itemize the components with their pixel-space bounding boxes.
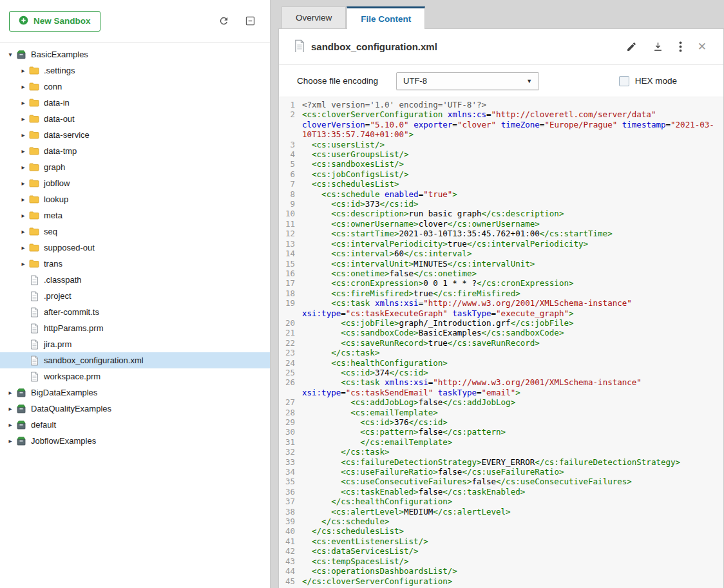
file-icon	[28, 323, 40, 334]
hex-mode-checkbox[interactable]	[619, 76, 629, 86]
chevron-collapsed-icon[interactable]: ▸	[18, 164, 28, 171]
folder-icon	[28, 131, 40, 139]
tree-item-default[interactable]: ▸default	[0, 417, 270, 433]
tree-item-trans[interactable]: ▸trans	[0, 256, 270, 272]
tree-item-label: meta	[44, 211, 62, 220]
tree-item-workspace-prm[interactable]: workspace.prm	[0, 368, 270, 384]
tree-item-lookup[interactable]: ▸lookup	[0, 191, 270, 207]
chevron-collapsed-icon[interactable]: ▸	[5, 437, 15, 444]
code-line: 33 <cs:failureDetectionStrategy>EVERY_ER…	[279, 457, 723, 467]
kebab-menu-icon[interactable]	[679, 41, 682, 52]
line-content: <cs:id>376</cs:id>	[301, 417, 723, 427]
chevron-collapsed-icon[interactable]: ▸	[18, 180, 28, 187]
line-number: 21	[279, 328, 301, 337]
line-content: <cs:jobConfigsList/>	[301, 169, 723, 179]
chevron-collapsed-icon[interactable]: ▸	[18, 147, 28, 155]
line-number: 36	[279, 487, 301, 497]
tree-item-bigdataexamples[interactable]: ▸BigDataExamples	[0, 384, 270, 401]
encoding-select[interactable]: UTF-8 ▼	[396, 72, 539, 90]
folder-icon	[28, 163, 40, 171]
code-line: 44 <cs:operationsDashboardsList/>	[279, 566, 723, 576]
code-line: 11 <cs:ownerUsername>clover</cs:ownerUse…	[279, 219, 723, 229]
pencil-icon[interactable]	[626, 41, 637, 52]
line-content: <cs:fireMisfired>true</cs:fireMisfired>	[301, 289, 723, 298]
tree-item-jobflow[interactable]: ▸jobflow	[0, 175, 270, 191]
line-content: </cs:cloverServerConfiguration>	[301, 576, 723, 586]
code-line: 39 </cs:schedule>	[279, 517, 723, 526]
tree-item-conn[interactable]: ▸conn	[0, 79, 270, 95]
code-line: 6 <cs:jobConfigsList/>	[279, 169, 723, 179]
tree-item--project[interactable]: .project	[0, 288, 270, 304]
tree-item-data-in[interactable]: ▸data-in	[0, 95, 270, 111]
refresh-icon[interactable]	[218, 15, 229, 26]
line-number: 4	[279, 149, 301, 159]
tab-file-content[interactable]: File Content	[347, 6, 425, 29]
tree-item-label: sandbox_configuration.xml	[44, 356, 144, 365]
chevron-collapsed-icon[interactable]: ▸	[18, 115, 28, 122]
sandbox-icon	[15, 436, 27, 446]
line-number: 7	[279, 179, 301, 189]
code-line: 12 <cs:startTime>2021-03-10T13:35:45.762…	[279, 229, 723, 238]
chevron-expanded-icon[interactable]: ▾	[5, 51, 15, 58]
line-number: 44	[279, 566, 301, 576]
file-tree: ▾BasicExamples▸.settings▸conn▸data-in▸da…	[0, 43, 270, 449]
line-number: 40	[279, 526, 301, 536]
chevron-collapsed-icon[interactable]: ▸	[5, 389, 15, 396]
download-icon[interactable]	[653, 41, 663, 52]
chevron-collapsed-icon[interactable]: ▸	[18, 212, 28, 219]
line-number: 26	[279, 377, 301, 397]
tree-item-label: graph	[44, 162, 65, 172]
code-line: 35 <cs:useConsecutiveFailures>false</cs:…	[279, 477, 723, 486]
tree-item-label: after-commit.ts	[44, 307, 99, 317]
line-content: </cs:task>	[301, 447, 723, 457]
chevron-collapsed-icon[interactable]: ▸	[18, 196, 28, 203]
tree-item-httpparams-prm[interactable]: httpParams.prm	[0, 320, 270, 336]
tree-item-data-service[interactable]: ▸data-service	[0, 127, 270, 143]
tab-overview[interactable]: Overview	[281, 6, 346, 28]
tree-item-graph[interactable]: ▸graph	[0, 159, 270, 175]
tree-item-meta[interactable]: ▸meta	[0, 207, 270, 223]
chevron-collapsed-icon[interactable]: ▸	[18, 67, 28, 74]
tree-item-sandbox-configuration-xml[interactable]: sandbox_configuration.xml	[0, 352, 270, 368]
line-content: <cs:task xmlns:xsi="http://www.w3.org/20…	[301, 377, 723, 397]
line-content: <cs:sandboxesList/>	[301, 159, 723, 169]
tree-item-data-out[interactable]: ▸data-out	[0, 111, 270, 127]
tree-item-label: default	[31, 420, 56, 430]
line-number: 34	[279, 467, 301, 477]
chevron-collapsed-icon[interactable]: ▸	[18, 131, 28, 138]
file-icon	[28, 356, 40, 366]
code-line: 9 <cs:id>373</cs:id>	[279, 199, 723, 209]
code-line: 13 <cs:intervalPeriodicity>true</cs:inte…	[279, 239, 723, 249]
chevron-collapsed-icon[interactable]: ▸	[18, 228, 28, 235]
folder-icon	[28, 195, 40, 204]
code-line: 14 <cs:interval>60</cs:interval>	[279, 249, 723, 258]
tree-item-jobflowexamples[interactable]: ▸JobflowExamples	[0, 433, 270, 449]
chevron-collapsed-icon[interactable]: ▸	[18, 244, 28, 251]
close-icon[interactable]: ✕	[698, 41, 707, 52]
chevron-collapsed-icon[interactable]: ▸	[5, 421, 15, 428]
tree-item--classpath[interactable]: .classpath	[0, 272, 270, 288]
tree-item-dataqualityexamples[interactable]: ▸DataQualityExamples	[0, 401, 270, 417]
tree-item--settings[interactable]: ▸.settings	[0, 62, 270, 79]
chevron-collapsed-icon[interactable]: ▸	[18, 83, 28, 90]
tree-item-supposed-out[interactable]: ▸supposed-out	[0, 240, 270, 256]
collapse-all-icon[interactable]	[245, 15, 256, 26]
tree-item-basicexamples[interactable]: ▾BasicExamples	[0, 46, 270, 62]
hex-mode-label: HEX mode	[635, 76, 677, 86]
line-number: 45	[279, 576, 301, 586]
chevron-collapsed-icon[interactable]: ▸	[18, 260, 28, 267]
line-content: <cs:taskEnabled>false</cs:taskEnabled>	[301, 487, 723, 497]
tree-item-seq[interactable]: ▸seq	[0, 223, 270, 240]
tree-item-data-tmp[interactable]: ▸data-tmp	[0, 143, 270, 159]
line-content: <cs:usersList/>	[301, 140, 723, 149]
code-viewer[interactable]: 1<?xml version='1.0' encoding='UTF-8'?>2…	[279, 97, 723, 588]
new-sandbox-button[interactable]: New Sandbox	[9, 11, 100, 32]
line-number: 33	[279, 457, 301, 467]
code-line: 41 <cs:eventListenersList/>	[279, 536, 723, 546]
code-line: 26 <cs:task xmlns:xsi="http://www.w3.org…	[279, 377, 723, 397]
chevron-collapsed-icon[interactable]: ▸	[18, 99, 28, 106]
tree-item-after-commit-ts[interactable]: after-commit.ts	[0, 304, 270, 320]
tree-item-jira-prm[interactable]: jira.prm	[0, 336, 270, 352]
chevron-collapsed-icon[interactable]: ▸	[5, 405, 15, 412]
encoding-label: Choose file encoding	[297, 76, 378, 86]
